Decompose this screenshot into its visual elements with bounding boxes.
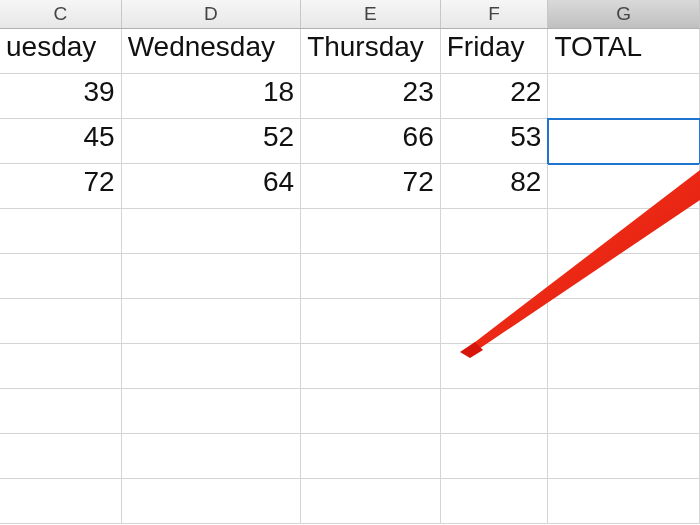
cell[interactable] — [441, 299, 549, 344]
cell[interactable] — [0, 344, 122, 389]
cell-c-header[interactable]: uesday — [0, 29, 122, 74]
cell[interactable] — [0, 299, 122, 344]
cell[interactable]: 22 — [441, 74, 549, 119]
col-header-e[interactable]: E — [301, 0, 441, 28]
table-row — [0, 209, 700, 254]
cell[interactable]: 72 — [0, 164, 122, 209]
cell[interactable]: 52 — [122, 119, 301, 164]
cell[interactable] — [548, 209, 700, 254]
cell[interactable] — [548, 164, 700, 209]
cell[interactable] — [122, 389, 301, 434]
cell[interactable] — [548, 479, 700, 524]
cell[interactable] — [301, 299, 441, 344]
cell[interactable] — [441, 344, 549, 389]
cell[interactable] — [548, 254, 700, 299]
cell[interactable] — [301, 479, 441, 524]
cell-e-header[interactable]: Thursday — [301, 29, 441, 74]
cell[interactable] — [441, 479, 549, 524]
table-row — [0, 344, 700, 389]
cell[interactable] — [548, 344, 700, 389]
cell[interactable] — [441, 209, 549, 254]
cell[interactable]: 82 — [441, 164, 549, 209]
cell[interactable]: 18 — [122, 74, 301, 119]
table-row — [0, 254, 700, 299]
active-cell[interactable] — [548, 119, 700, 164]
cell-f-header[interactable]: Friday — [441, 29, 549, 74]
cell[interactable] — [441, 389, 549, 434]
cell[interactable] — [301, 389, 441, 434]
cell[interactable]: 23 — [301, 74, 441, 119]
cell[interactable] — [0, 209, 122, 254]
cell[interactable] — [441, 254, 549, 299]
cell[interactable]: 64 — [122, 164, 301, 209]
grid-body: uesday Wednesday Thursday Friday TOTAL 3… — [0, 29, 700, 525]
col-header-d[interactable]: D — [122, 0, 301, 28]
cell[interactable] — [0, 434, 122, 479]
cell[interactable] — [548, 434, 700, 479]
cell[interactable] — [301, 344, 441, 389]
table-row — [0, 434, 700, 479]
cell[interactable] — [122, 344, 301, 389]
cell[interactable] — [0, 479, 122, 524]
table-row — [0, 479, 700, 524]
spreadsheet-viewport: C D E F G uesday Wednesday Thursday Frid… — [0, 0, 700, 525]
cell[interactable] — [548, 299, 700, 344]
cell[interactable] — [122, 434, 301, 479]
table-row: uesday Wednesday Thursday Friday TOTAL — [0, 29, 700, 74]
col-header-f[interactable]: F — [441, 0, 549, 28]
cell[interactable] — [122, 254, 301, 299]
table-row: 45 52 66 53 — [0, 119, 700, 164]
cell[interactable] — [301, 254, 441, 299]
cell[interactable] — [122, 299, 301, 344]
table-row — [0, 299, 700, 344]
cell[interactable] — [122, 479, 301, 524]
cell[interactable] — [301, 434, 441, 479]
cell[interactable] — [548, 389, 700, 434]
table-row — [0, 389, 700, 434]
cell[interactable]: 66 — [301, 119, 441, 164]
col-header-c[interactable]: C — [0, 0, 122, 28]
cell[interactable]: 45 — [0, 119, 122, 164]
cell[interactable]: 72 — [301, 164, 441, 209]
cell[interactable]: 39 — [0, 74, 122, 119]
cell[interactable] — [0, 389, 122, 434]
cell[interactable] — [441, 434, 549, 479]
table-row: 72 64 72 82 — [0, 164, 700, 209]
cell-d-header[interactable]: Wednesday — [122, 29, 301, 74]
col-header-g[interactable]: G — [548, 0, 700, 28]
column-header-row: C D E F G — [0, 0, 700, 29]
cell-g-header[interactable]: TOTAL — [548, 29, 700, 74]
cell[interactable] — [0, 254, 122, 299]
cell[interactable] — [548, 74, 700, 119]
cell[interactable] — [122, 209, 301, 254]
cell[interactable]: 53 — [441, 119, 549, 164]
cell[interactable] — [301, 209, 441, 254]
table-row: 39 18 23 22 — [0, 74, 700, 119]
